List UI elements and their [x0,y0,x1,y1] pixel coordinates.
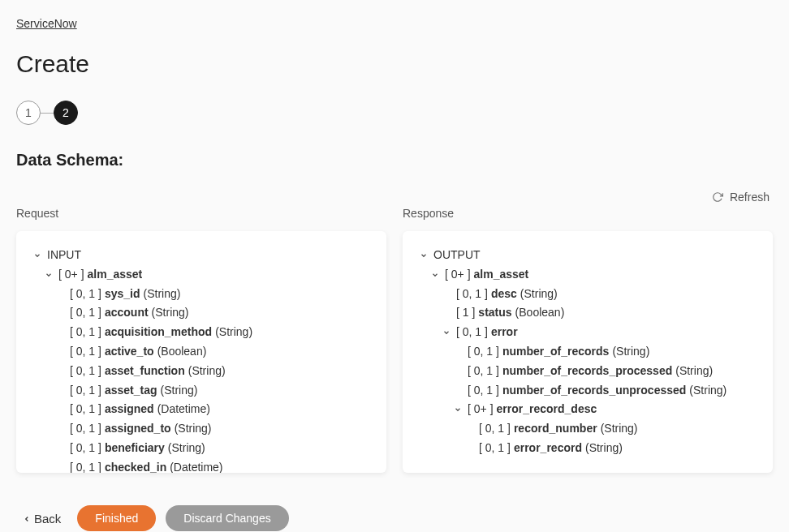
field-name: error_record_desc [497,400,597,419]
field-cardinality: [ 0, 1 ] [456,285,488,304]
field-cardinality: [ 0, 1 ] [479,419,511,439]
field-name: error [491,323,518,342]
field-type: (String) [675,362,713,381]
step-2[interactable]: 2 [54,101,78,125]
chevron-down-icon [31,251,44,260]
tree-root[interactable]: OUTPUT [417,246,758,265]
tree-root[interactable]: INPUT [31,246,372,265]
field-type: (Boolean) [157,342,207,362]
field-type: (String) [161,381,198,401]
tree-row[interactable]: [ 0+ ]alm_asset [417,265,758,285]
chevron-down-icon [417,251,430,260]
tree-row: [ 1 ]status(Boolean) [417,303,758,323]
tree-row: [ 0, 1 ]active_to(Boolean) [31,342,372,362]
field-name: desc [491,285,517,304]
tree-row: [ 0, 1 ]asset_tag(String) [31,381,372,401]
field-name: number_of_records [502,342,609,362]
root-label: INPUT [47,246,81,265]
field-cardinality: [ 0, 1 ] [479,439,511,458]
field-name: assigned [105,400,154,419]
chevron-down-icon [429,271,442,279]
request-panel: INPUT[ 0+ ]alm_asset[ 0, 1 ]sys_id(Strin… [16,231,386,473]
tree-row: [ 0, 1 ]account(String) [31,303,372,323]
field-cardinality: [ 0, 1 ] [70,458,101,473]
field-name: sys_id [105,285,140,304]
field-name: asset_tag [105,381,157,401]
field-name: status [478,303,511,323]
page-title: Create [16,50,773,78]
tree-row: [ 0, 1 ]desc(String) [417,285,758,304]
field-cardinality: [ 0, 1 ] [70,400,101,419]
field-cardinality: [ 0, 1 ] [456,323,488,342]
tree-row: [ 0, 1 ]sys_id(String) [31,285,372,304]
tree-row[interactable]: [ 0+ ]alm_asset [31,265,372,285]
field-cardinality: [ 0, 1 ] [70,439,101,458]
field-type: (String) [215,323,252,342]
response-panel: OUTPUT[ 0+ ]alm_asset[ 0, 1 ]desc(String… [403,231,773,473]
stepper: 1 2 [16,101,773,125]
tree-row: [ 0, 1 ]assigned(Datetime) [31,400,372,419]
field-name: number_of_records_unprocessed [502,381,686,401]
field-type: (String) [520,285,558,304]
request-column: Request INPUT[ 0+ ]alm_asset[ 0, 1 ]sys_… [16,207,386,473]
tree-row: [ 0, 1 ]record_number(String) [417,419,758,439]
tree-row: [ 0, 1 ]number_of_records_unprocessed(St… [417,381,758,401]
back-button[interactable]: Back [16,507,67,530]
field-type: (String) [585,439,623,458]
field-cardinality: [ 0, 1 ] [468,342,499,362]
field-cardinality: [ 0, 1 ] [70,362,101,381]
field-type: (Boolean) [515,303,565,323]
field-cardinality: [ 0+ ] [58,265,84,285]
tree-row: [ 0, 1 ]number_of_records(String) [417,342,758,362]
chevron-down-icon [42,271,55,279]
field-name: beneficiary [105,439,165,458]
field-type: (String) [168,439,205,458]
field-cardinality: [ 1 ] [456,303,475,323]
field-name: checked_in [105,458,166,473]
field-name: number_of_records_processed [502,362,672,381]
field-type: (String) [612,342,649,362]
field-type: (Datetime) [157,400,210,419]
step-1[interactable]: 1 [16,101,41,125]
field-type: (String) [144,285,181,304]
finished-button[interactable]: Finished [77,505,156,531]
field-name: active_to [105,342,154,362]
field-name: asset_function [105,362,185,381]
response-label: Response [403,207,773,220]
tree-row[interactable]: [ 0, 1 ]error [417,323,758,342]
tree-row: [ 0, 1 ]asset_function(String) [31,362,372,381]
field-cardinality: [ 0+ ] [468,400,494,419]
tree-row: [ 0, 1 ]checked_in(Datetime) [31,458,372,473]
field-name: assigned_to [105,419,171,439]
root-label: OUTPUT [433,246,481,265]
refresh-label: Refresh [730,191,770,204]
refresh-button[interactable]: Refresh [712,191,770,204]
tree-row: [ 0, 1 ]assigned_to(String) [31,419,372,439]
field-name: alm_asset [474,265,529,285]
breadcrumb[interactable]: ServiceNow [16,17,77,30]
field-type: (String) [175,419,212,439]
field-type: (String) [188,362,226,381]
field-cardinality: [ 0, 1 ] [70,285,101,304]
field-name: account [105,303,149,323]
chevron-down-icon [440,328,453,337]
field-type: (String) [689,381,726,401]
field-name: alm_asset [88,265,143,285]
field-type: (String) [601,419,638,439]
field-cardinality: [ 0, 1 ] [70,419,101,439]
tree-row: [ 0, 1 ]beneficiary(String) [31,439,372,458]
discard-button[interactable]: Discard Changes [166,505,288,531]
chevron-down-icon [451,405,464,414]
tree-row[interactable]: [ 0+ ]error_record_desc [417,400,758,419]
field-type: (Datetime) [170,458,222,473]
field-type: (String) [152,303,189,323]
field-cardinality: [ 0, 1 ] [70,381,101,401]
section-title: Data Schema: [16,151,773,169]
field-cardinality: [ 0, 1 ] [70,303,101,323]
chevron-left-icon [23,512,31,526]
field-name: acquisition_method [105,323,212,342]
refresh-icon [712,191,723,203]
field-name: error_record [514,439,582,458]
tree-row: [ 0, 1 ]number_of_records_processed(Stri… [417,362,758,381]
field-cardinality: [ 0, 1 ] [70,323,101,342]
